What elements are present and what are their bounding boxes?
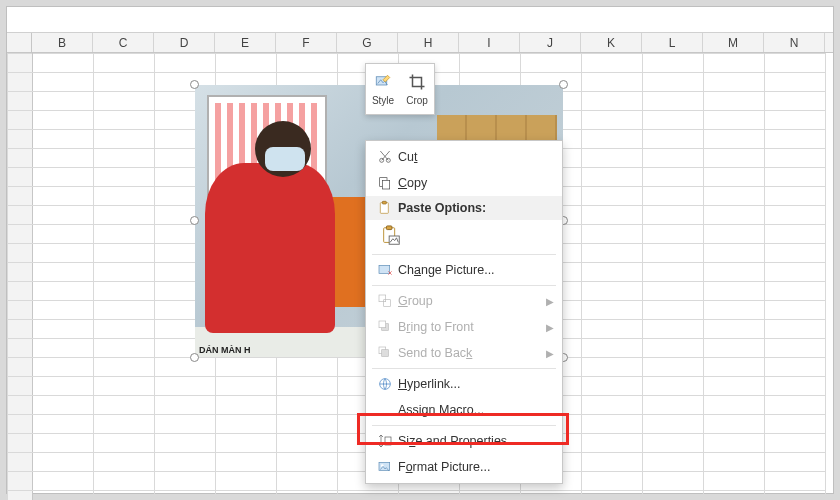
menu-separator: [372, 368, 556, 369]
submenu-arrow-icon: ▶: [546, 322, 554, 333]
col-header[interactable]: E: [215, 33, 276, 52]
svg-rect-12: [384, 300, 391, 307]
format-picture-icon: [372, 459, 398, 475]
menu-label: Cut: [398, 150, 417, 164]
svg-rect-8: [386, 226, 392, 230]
svg-rect-10: [379, 265, 390, 273]
menu-label: Assign Macro...: [398, 403, 484, 417]
menu-change-picture[interactable]: Change Picture...: [366, 257, 562, 283]
col-header[interactable]: M: [703, 33, 764, 52]
picture-caption: DÁN MÀN H: [199, 345, 251, 355]
paste-as-picture[interactable]: [378, 223, 404, 249]
column-headers: B C D E F G H I J K L M N: [7, 33, 833, 53]
menu-format-picture[interactable]: Format Picture...: [366, 454, 562, 480]
col-header[interactable]: N: [764, 33, 825, 52]
menu-send-to-back: Send to Back ▶: [366, 340, 562, 366]
col-header[interactable]: B: [32, 33, 93, 52]
formula-bar[interactable]: [7, 7, 833, 33]
group-icon: [372, 293, 398, 309]
menu-label: Bring to Front: [398, 320, 474, 334]
menu-group: Group ▶: [366, 288, 562, 314]
crop-button[interactable]: Crop: [400, 64, 434, 114]
menu-bring-to-front: Bring to Front ▶: [366, 314, 562, 340]
select-all-corner[interactable]: [7, 33, 32, 52]
svg-rect-11: [379, 295, 386, 302]
menu-copy[interactable]: Copy: [366, 170, 562, 196]
resize-handle[interactable]: [190, 353, 199, 362]
menu-size-and-properties[interactable]: Size and Properties...: [366, 428, 562, 454]
paste-icon: [372, 200, 398, 216]
menu-label: Format Picture...: [398, 460, 490, 474]
paste-options-row: [366, 220, 562, 252]
copy-icon: [372, 175, 398, 191]
menu-label: Group: [398, 294, 433, 308]
resize-handle[interactable]: [559, 80, 568, 89]
style-button[interactable]: Style: [366, 64, 400, 114]
style-label: Style: [372, 95, 394, 106]
menu-paste-options-header: Paste Options:: [366, 196, 562, 220]
context-menu: Cut Copy Paste Options: Change Picture..…: [365, 140, 563, 484]
crop-icon: [408, 73, 426, 93]
submenu-arrow-icon: ▶: [546, 296, 554, 307]
col-header[interactable]: C: [93, 33, 154, 52]
col-header[interactable]: F: [276, 33, 337, 52]
svg-rect-16: [382, 350, 389, 357]
svg-rect-18: [385, 437, 391, 445]
resize-handle[interactable]: [190, 80, 199, 89]
col-header[interactable]: L: [642, 33, 703, 52]
submenu-arrow-icon: ▶: [546, 348, 554, 359]
picture-mini-toolbar: Style Crop: [365, 63, 435, 115]
svg-rect-14: [379, 321, 386, 328]
menu-separator: [372, 425, 556, 426]
menu-assign-macro[interactable]: Assign Macro...: [366, 397, 562, 423]
menu-label: Size and Properties...: [398, 434, 518, 448]
col-header[interactable]: K: [581, 33, 642, 52]
app-window: B C D E F G H I J K L M N DÁN MÀN H: [6, 6, 834, 494]
col-header[interactable]: I: [459, 33, 520, 52]
col-header[interactable]: H: [398, 33, 459, 52]
menu-label: Paste Options:: [398, 201, 486, 215]
col-header[interactable]: D: [154, 33, 215, 52]
size-properties-icon: [372, 433, 398, 449]
menu-label: Send to Back: [398, 346, 472, 360]
menu-separator: [372, 285, 556, 286]
col-header[interactable]: J: [520, 33, 581, 52]
bring-front-icon: [372, 319, 398, 335]
send-back-icon: [372, 345, 398, 361]
cut-icon: [372, 149, 398, 165]
svg-rect-4: [382, 180, 389, 189]
picture-style-icon: [374, 73, 392, 93]
menu-cut[interactable]: Cut: [366, 144, 562, 170]
crop-label: Crop: [406, 95, 428, 106]
col-header[interactable]: G: [337, 33, 398, 52]
menu-label: Hyperlink...: [398, 377, 461, 391]
menu-separator: [372, 254, 556, 255]
hyperlink-icon: [372, 376, 398, 392]
resize-handle[interactable]: [190, 216, 199, 225]
menu-label: Change Picture...: [398, 263, 495, 277]
menu-hyperlink[interactable]: Hyperlink...: [366, 371, 562, 397]
change-picture-icon: [372, 262, 398, 278]
menu-label: Copy: [398, 176, 427, 190]
svg-rect-6: [382, 201, 386, 204]
